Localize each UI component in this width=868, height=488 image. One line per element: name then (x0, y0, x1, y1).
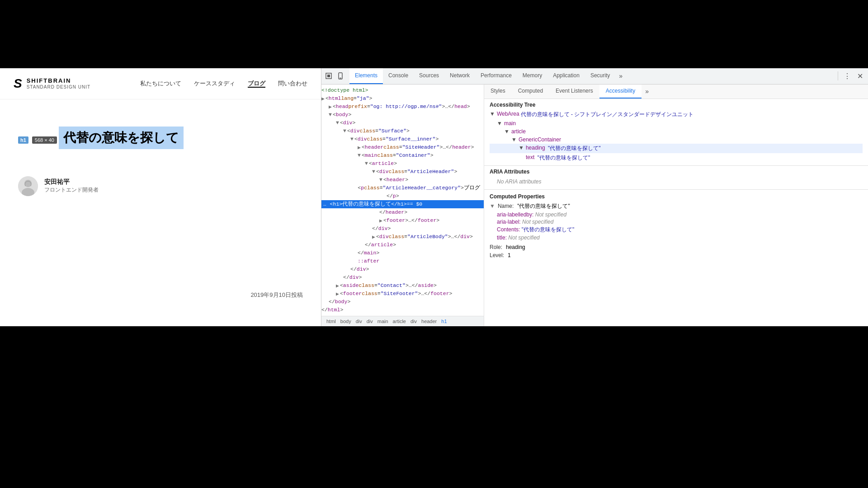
contents-label: Contents: (497, 226, 520, 233)
html-line-main-close[interactable]: </main> (321, 249, 484, 257)
html-line-body-close[interactable]: </body> (321, 298, 484, 306)
breadcrumb-header[interactable]: header (420, 318, 438, 324)
tab-security[interactable]: Security (585, 68, 615, 84)
doctype-text: <!doctype html> (321, 87, 368, 93)
html-line-sitefooter[interactable]: ▶ <footer class="SiteFooter" >…</footer> (321, 290, 484, 298)
article-toggle[interactable]: ▼ (504, 128, 509, 135)
webarea-toggle[interactable]: ▼ (490, 111, 495, 117)
breadcrumb-html[interactable]: html (325, 318, 337, 324)
nav-link-blog[interactable]: ブログ (248, 80, 265, 88)
html-line-aside[interactable]: ▶ <aside class="Contact" >…</aside> (321, 282, 484, 290)
mobile-icon[interactable] (336, 71, 345, 80)
html-line-div1[interactable]: ▼ <div> (321, 119, 484, 127)
styles-tab-more[interactable]: » (642, 84, 652, 99)
html-line-surface[interactable]: ▼ <div class="Surface" > (321, 127, 484, 135)
a11y-text[interactable]: text "代替の意味を探して" (490, 153, 863, 163)
tab-network[interactable]: Network (444, 68, 475, 84)
html-line-head[interactable]: ▶ <head prefix="og: http://ogp.me/ns#" >… (321, 103, 484, 111)
h1-tooltip: h1 568 × 40 (18, 136, 57, 144)
html-line-doctype[interactable]: <!doctype html> (321, 86, 484, 94)
html-line-article-close[interactable]: </article> (321, 241, 484, 249)
toggle-articlebody[interactable]: ▶ (372, 234, 375, 240)
toggle-sitefooter[interactable]: ▶ (336, 291, 339, 297)
a11y-generic[interactable]: ▼ GenericContainer (490, 136, 863, 144)
html-line-footer-short[interactable]: ▶ <footer >…</footer> (321, 216, 484, 225)
styles-panel: Styles Computed Event Listeners Accessib… (484, 84, 868, 326)
toggle-body[interactable]: ▼ (329, 112, 332, 117)
tab-computed[interactable]: Computed (512, 84, 549, 99)
tab-performance[interactable]: Performance (475, 68, 517, 84)
toggle-div1[interactable]: ▼ (336, 120, 339, 126)
html-line-html[interactable]: ▶ <html lang="ja" > (321, 94, 484, 103)
breadcrumb-div2[interactable]: div (365, 318, 374, 324)
article-area: h1 568 × 40 代替の意味を探して (0, 99, 321, 326)
tab-application[interactable]: Application (547, 68, 585, 84)
html-line-article[interactable]: ▼ <article> (321, 160, 484, 168)
tab-sources[interactable]: Sources (414, 68, 444, 84)
html-line-div-close2[interactable]: </div> (321, 265, 484, 273)
toggle-head[interactable]: ▶ (329, 103, 332, 110)
breadcrumb-div1[interactable]: div (354, 318, 363, 324)
breadcrumb-h1[interactable]: h1 (440, 318, 448, 324)
tab-console[interactable]: Console (383, 68, 414, 84)
close-btn[interactable]: ✕ (854, 70, 865, 81)
nav-item-blog[interactable]: ブログ (248, 79, 265, 88)
breadcrumb-main[interactable]: main (376, 318, 390, 324)
contents-val: "代替の意味を探して" (522, 226, 575, 233)
html-line-siteheader[interactable]: ▶ <header class="SiteHeader" >…</header> (321, 143, 484, 151)
tab-styles[interactable]: Styles (484, 84, 512, 99)
computed-name-toggle[interactable]: ▼ (490, 203, 495, 209)
html-line-html-close[interactable]: </html> (321, 306, 484, 314)
html-line-div-close3[interactable]: </div> (321, 273, 484, 282)
options-btn[interactable]: ⋮ (842, 70, 853, 81)
toggle-surface-inner[interactable]: ▼ (350, 136, 354, 142)
a11y-webarea[interactable]: ▼ WebArea 代替の意味を探して - シフトブレイン／スタンダードデザイン… (490, 110, 863, 119)
generic-toggle[interactable]: ▼ (511, 136, 517, 143)
html-line-main[interactable]: ▼ <main class="Container" > (321, 151, 484, 160)
html-line-after[interactable]: ::after (321, 257, 484, 265)
nav-link-about[interactable]: 私たちについて (140, 80, 181, 87)
html-line-h1-selected[interactable]: … <h1> 代替の意味を探して </h1> == $0 (321, 200, 484, 208)
toggle-footer-short[interactable]: ▶ (379, 217, 382, 224)
html-line-header[interactable]: ▼ <header> (321, 176, 484, 184)
tab-elements[interactable]: Elements (349, 68, 383, 84)
toggle-header[interactable]: ▼ (379, 177, 382, 183)
tab-memory[interactable]: Memory (517, 68, 547, 84)
heading-toggle[interactable]: ▼ (519, 145, 524, 151)
html-line-body[interactable]: ▼ <body> (321, 111, 484, 119)
toggle-article[interactable]: ▼ (365, 160, 368, 166)
a11y-main[interactable]: ▼ main (490, 119, 863, 127)
nav-item-case[interactable]: ケーススタディ (194, 79, 235, 88)
generic-role: GenericContainer (519, 136, 561, 143)
breadcrumb-article[interactable]: article (392, 318, 407, 324)
breadcrumb-div3[interactable]: div (409, 318, 418, 324)
nav-item-about[interactable]: 私たちについて (140, 79, 181, 88)
html-content[interactable]: <!doctype html> ▶ <html lang="ja" > ▶ <h… (321, 84, 484, 316)
tab-accessibility[interactable]: Accessibility (599, 84, 642, 99)
nav-link-case[interactable]: ケーススタディ (194, 80, 235, 87)
html-line-header-close[interactable]: </header> (321, 208, 484, 216)
toggle-aside[interactable]: ▶ (336, 282, 339, 289)
toggle-html[interactable]: ▶ (321, 95, 325, 102)
html-line-div-close1[interactable]: </div> (321, 225, 484, 233)
breadcrumb-body[interactable]: body (339, 318, 353, 324)
html-line-p-close[interactable]: </p> (321, 192, 484, 200)
a11y-heading[interactable]: ▼ heading "代替の意味を探して" (490, 144, 863, 153)
tab-event-listeners[interactable]: Event Listeners (549, 84, 599, 99)
toggle-surface[interactable]: ▼ (343, 128, 346, 134)
html-line-p-category[interactable]: <p class="ArticleHeader__category" >ブログ (321, 184, 484, 192)
a11y-article[interactable]: ▼ article (490, 127, 863, 136)
toggle-siteheader[interactable]: ▶ (358, 144, 361, 150)
html-line-articleheader[interactable]: ▼ <div class="ArticleHeader" > (321, 168, 484, 176)
toggle-main[interactable]: ▼ (358, 152, 361, 158)
nav-link-contact[interactable]: 問い合わせ (278, 80, 307, 87)
more-tabs-btn[interactable]: » (615, 68, 626, 84)
main-toggle[interactable]: ▼ (497, 120, 502, 127)
role-val: heading (506, 244, 525, 250)
html-line-articlebody[interactable]: ▶ <div class="ArticleBody" >…</div> (321, 233, 484, 241)
nav-item-contact[interactable]: 問い合わせ (278, 79, 307, 88)
toggle-articleheader[interactable]: ▼ (372, 169, 375, 174)
site-nav: S SHIFTBRAIN STANDARD DESIGN UNIT 私たちについ… (0, 68, 321, 99)
cursor-inspect-icon[interactable] (324, 71, 333, 80)
html-line-surface-inner[interactable]: ▼ <div class="Surface__inner" > (321, 135, 484, 143)
